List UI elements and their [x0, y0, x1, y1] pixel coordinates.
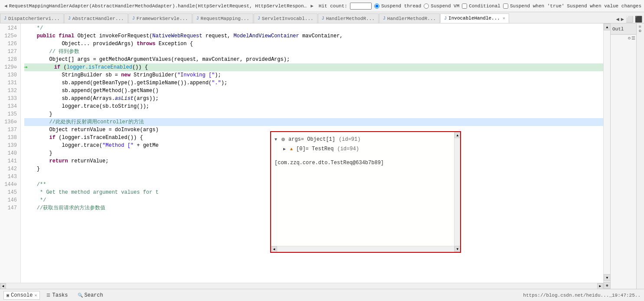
suspend-when-true-group: Suspend when 'true' — [503, 3, 564, 9]
tab-handler-method-r2[interactable]: J HandlerMethodR... — [379, 13, 440, 23]
tab-handler-method-r1-label: HandlerMethodR... — [326, 16, 375, 21]
code-content: 124 125⊖ 126 127 128 129⊖ 130 131 132 13… — [0, 23, 603, 283]
outline-menu-icon[interactable]: ☰ — [631, 36, 635, 41]
outline-panel: Outl ⊖ ☰ — [610, 23, 636, 289]
ln-128: 128 — [0, 56, 19, 63]
tree-expand-arrow[interactable]: ▼ — [275, 137, 280, 142]
ln-131: 131 — [0, 79, 19, 87]
outline-header: Outl — [611, 23, 636, 35]
suspend-when-changes-label: Suspend when value changes — [567, 3, 641, 9]
popup-value-text: [com.zzq.core.dto.TestReq@634b7b89] — [275, 160, 384, 166]
hscroll-left[interactable]: ◀ — [0, 283, 6, 289]
tab-framework-servlet[interactable]: J FrameworkServle... — [128, 13, 192, 23]
tab-framework-servlet-label: FrameworkServle... — [137, 16, 188, 21]
tree-item-0: ▶ ▲ [0]= TestReq (id=94) — [275, 144, 457, 154]
bottom-link-text: https://blog.csdn.net/heidu..._19:47:25.… — [523, 293, 641, 298]
tree-child-label: [0]= TestReq — [296, 146, 333, 152]
java-icon: J — [258, 16, 260, 21]
tasks-label: Tasks — [52, 292, 68, 298]
outline-collapse-icon[interactable]: ⊖ — [628, 36, 631, 41]
vscroll-bottom[interactable]: ⊕ — [604, 282, 611, 289]
ln-124: 124 — [0, 24, 19, 32]
tab-invocable-handle[interactable]: J InvocableHandle... ✕ — [440, 13, 509, 23]
code-area: 124 125⊖ 126 127 128 129⊖ 130 131 132 13… — [0, 23, 603, 289]
console-close-icon[interactable]: ✕ — [34, 293, 37, 298]
right-panel-icon1[interactable]: ≡ — [638, 25, 643, 28]
popup-tree: ▼ args= Object[1] (id=91) ▶ ▲ [0]= TestR… — [271, 132, 460, 156]
suspend-thread-label: Suspend thread — [381, 3, 421, 9]
editor-main: 124 125⊖ 126 127 128 129⊖ 130 131 132 13… — [0, 23, 644, 289]
ln-126: 126 — [0, 40, 19, 48]
console-tab[interactable]: ▣ Console ✕ — [3, 291, 40, 300]
tab-request-mapping[interactable]: J RequestMapping... — [193, 13, 253, 23]
popup-scroll-left[interactable]: ◀ — [271, 246, 277, 252]
tree-item-args: ▼ args= Object[1] (id=91) — [275, 135, 457, 144]
tab-handler-method-r2-label: HandlerMethodR... — [387, 16, 436, 21]
hit-count-label: Hit count: — [319, 3, 347, 9]
ln-144: 144⊖ — [0, 181, 19, 189]
conditional-group: Conditional — [462, 3, 500, 9]
vscroll-track[interactable] — [604, 30, 610, 274]
conditional-checkbox[interactable] — [462, 3, 467, 9]
ln-147: 147 — [0, 204, 19, 212]
ln-136: 136⊖ — [0, 118, 19, 126]
tasks-tab[interactable]: ☰ Tasks — [43, 291, 71, 300]
nav-forward[interactable]: ▶ — [309, 2, 315, 10]
java-icon: J — [4, 16, 7, 21]
suspend-vm-radio[interactable] — [424, 3, 429, 9]
popup-scroll-down[interactable]: ▼ — [454, 246, 461, 252]
tab-request-mapping-label: RequestMapping... — [201, 16, 249, 21]
java-icon: J — [444, 16, 447, 21]
code-line-124: */ — [24, 24, 603, 32]
tab-servlet-invocable[interactable]: J ServletInvocabl... — [254, 13, 317, 23]
bottom-right-link[interactable]: https://blog.csdn.net/heidu..._19:47:25.… — [523, 293, 641, 298]
tasks-icon: ☰ — [46, 293, 50, 298]
hit-count-input[interactable] — [350, 3, 372, 10]
top-bar-left: ◀ RequestMappingHandlerAdapter(AbstractH… — [3, 2, 315, 10]
popup-scroll-up[interactable]: ▲ — [454, 132, 461, 138]
code-line-129: ⇒ if ( logger.isTraceEnabled ()) { — [24, 63, 603, 71]
popup-right-scrollbar: ▲ ▼ — [454, 132, 460, 252]
code-line-125: public final Object invokeForRequest( Na… — [24, 32, 603, 40]
right-panel-icon2[interactable]: ⊕ — [638, 30, 643, 32]
java-icon: J — [132, 16, 135, 21]
debug-arrow-indicator: ⇒ — [24, 63, 27, 71]
ln-127: 127 — [0, 48, 19, 56]
expand-editor-icon[interactable]: ⬜ — [626, 16, 633, 23]
java-icon: J — [68, 16, 71, 21]
debug-popup: ▼ args= Object[1] (id=91) ▶ ▲ [0]= TestR… — [270, 131, 461, 253]
ln-143: 143 — [0, 173, 19, 181]
tab-dispatcher[interactable]: J DispatcherServi... — [0, 13, 64, 23]
vscroll-down-arrow[interactable]: ▼ — [604, 274, 611, 281]
outline-label: Outl — [612, 26, 624, 32]
search-label: Search — [85, 292, 103, 298]
vscroll-up[interactable]: ▲ — [604, 23, 611, 30]
tree-child-expand-arrow[interactable]: ▶ — [283, 146, 288, 152]
java-icon: J — [196, 16, 199, 21]
ln-142: 142 — [0, 165, 19, 173]
chevron-left-tabs-icon[interactable]: ◀ — [616, 16, 619, 23]
nav-back[interactable]: ◀ — [3, 2, 9, 10]
popup-value-area: [com.zzq.core.dto.TestReq@634b7b89] — [271, 156, 460, 246]
ln-132: 132 — [0, 87, 19, 95]
ln-130: 130 — [0, 71, 19, 79]
conditional-label: Conditional — [469, 3, 500, 9]
editor-v-scrollbar: ▲ ▼ ⊕ — [603, 23, 610, 289]
java-icon: J — [383, 16, 386, 21]
h-scrollbar[interactable]: ◀ ▶ — [0, 283, 603, 289]
search-tab[interactable]: 🔍 Search — [75, 291, 106, 300]
tab-abstract-handler-label: AbstractHandler... — [72, 16, 124, 21]
chevron-right-tabs-icon[interactable]: ▶ — [621, 16, 624, 23]
ln-140: 140 — [0, 149, 19, 157]
suspend-when-true-checkbox[interactable] — [503, 3, 508, 9]
collapse-editor-icon[interactable]: ⬛ — [635, 16, 642, 23]
code-line-134: logger.trace(sb.toString()); — [24, 103, 603, 110]
suspend-thread-radio[interactable] — [374, 3, 379, 9]
tab-handler-method-r1[interactable]: J HandlerMethodR... — [318, 13, 379, 23]
code-line-126: Object... providedArgs) throws Exception… — [24, 40, 603, 48]
console-label: Console — [11, 292, 33, 298]
tab-close-icon[interactable]: ✕ — [503, 16, 505, 21]
code-line-135: } — [24, 110, 603, 118]
tab-abstract-handler[interactable]: J AbstractHandler... — [64, 13, 128, 23]
hscroll-right[interactable]: ▶ — [597, 283, 603, 289]
